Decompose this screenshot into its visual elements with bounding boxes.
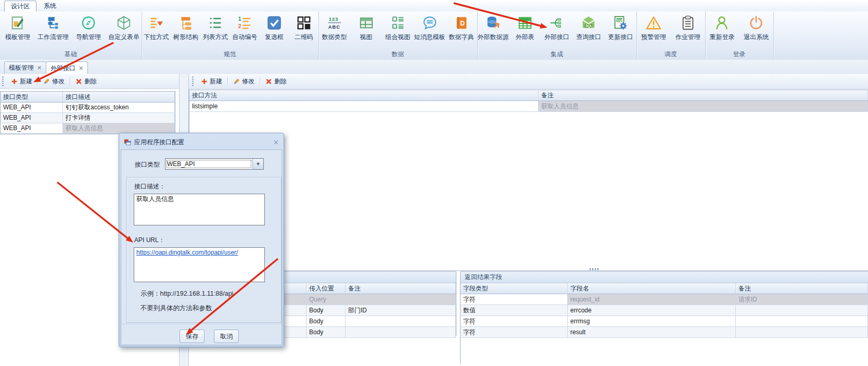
ribbon-item[interactable]: SQL查询接口: [573, 11, 605, 42]
api-url-field[interactable]: https://oapi.dingtalk.com/topapi/user/: [134, 247, 265, 282]
ribbon-item[interactable]: D数据字典: [445, 11, 477, 42]
doc-tab-template-manage[interactable]: 模板管理 ✕: [4, 61, 46, 74]
column-header[interactable]: 接口类型: [1, 92, 63, 102]
table-cell[interactable]: 部门ID: [346, 305, 456, 316]
left-toolbar-delete-button[interactable]: 删除: [71, 76, 101, 87]
svg-text:D: D: [460, 20, 465, 27]
table-row[interactable]: 字符result: [461, 327, 868, 338]
table-row[interactable]: listsimple获取人员信息: [189, 101, 868, 112]
save-button[interactable]: 保存: [180, 330, 205, 343]
ribbon-item[interactable]: 预警管理: [636, 11, 671, 42]
table-cell[interactable]: Body: [307, 305, 346, 316]
doc-tab-external-api[interactable]: 外部接口 ✕: [46, 61, 88, 74]
ribbon-item[interactable]: 树形结构: [171, 11, 201, 42]
ribbon-item[interactable]: 组合视图: [382, 11, 414, 42]
ribbon-item[interactable]: 12自动编号: [230, 11, 260, 42]
api-url-link[interactable]: https://oapi.dingtalk.com/topapi/user/: [136, 249, 238, 256]
ribbon-item[interactable]: 外部表: [509, 11, 541, 42]
column-header[interactable]: 接口方法: [189, 90, 539, 100]
table-row[interactable]: WEB_API钉钉获取access_token: [1, 103, 175, 113]
table-cell[interactable]: 字符: [461, 294, 568, 305]
close-icon[interactable]: ✕: [37, 65, 42, 71]
table-cell[interactable]: 打卡详情: [63, 113, 175, 123]
table-row[interactable]: WEB_API获取人员信息: [1, 123, 175, 134]
table-cell[interactable]: 字符: [461, 316, 568, 327]
ribbon-item[interactable]: 123ABC数据类型: [318, 11, 350, 42]
table-cell[interactable]: 获取人员信息: [63, 123, 175, 134]
ribbon-item-label: 下拉方式: [144, 33, 169, 42]
column-header[interactable]: 字段名: [568, 283, 736, 294]
table-cell[interactable]: [736, 327, 868, 338]
close-icon[interactable]: ✕: [273, 138, 279, 146]
tree-structure-icon: [178, 15, 194, 31]
ribbon-item[interactable]: 自定义表单: [106, 11, 142, 42]
list-style-icon: [208, 15, 223, 31]
horizontal-splitter[interactable]: [189, 270, 868, 271]
column-header[interactable]: 备注: [539, 90, 868, 100]
table-row[interactable]: 数值errcode: [461, 305, 868, 316]
right-toolbar-modify-button[interactable]: 修改: [229, 76, 259, 87]
table-cell[interactable]: Query: [307, 294, 346, 305]
table-row[interactable]: 字符request_id请求ID: [461, 294, 868, 305]
table-cell[interactable]: request_id: [568, 294, 736, 305]
table-row[interactable]: 字符errmsg: [461, 316, 868, 327]
table-cell[interactable]: Body: [307, 327, 346, 338]
table-cell[interactable]: 请求ID: [736, 294, 868, 305]
chevron-down-icon[interactable]: ▼: [252, 159, 263, 169]
ribbon-item[interactable]: 退出系统: [739, 11, 774, 42]
cancel-button[interactable]: 取消: [214, 330, 239, 343]
right-toolbar-delete-button[interactable]: 删除: [261, 76, 291, 87]
table-cell[interactable]: 数值: [461, 305, 568, 316]
table-cell[interactable]: 钉钉获取access_token: [63, 103, 175, 113]
ribbon-item[interactable]: 视图: [350, 11, 382, 42]
ribbon-item[interactable]: 工作流管理: [35, 11, 71, 42]
toolbar-grip[interactable]: [2, 77, 4, 86]
column-header[interactable]: 字段类型: [461, 283, 568, 294]
table-cell[interactable]: [736, 305, 868, 316]
table-cell[interactable]: WEB_API: [1, 103, 63, 113]
menu-tab-design[interactable]: 设计区: [4, 1, 36, 11]
table-cell[interactable]: errcode: [568, 305, 736, 316]
menu-tab-system[interactable]: 系统: [37, 1, 62, 11]
table-cell[interactable]: [346, 316, 456, 327]
ribbon-item[interactable]: 重新登录: [705, 11, 739, 42]
ribbon-item[interactable]: 外部接口: [541, 11, 572, 42]
left-toolbar-new-button[interactable]: 新建: [7, 76, 36, 87]
ribbon-item[interactable]: 外部数据源: [477, 11, 509, 42]
right-toolbar-new-button[interactable]: 新建: [197, 76, 226, 87]
table-cell[interactable]: Body: [307, 316, 346, 327]
ribbon-item[interactable]: 复选框: [260, 11, 289, 42]
table-cell[interactable]: WEB_API: [1, 113, 63, 123]
table-cell[interactable]: 获取人员信息: [539, 101, 868, 112]
table-row[interactable]: WEB_API打卡详情: [1, 113, 175, 123]
splitter-grip-dots[interactable]: [590, 268, 600, 270]
table-cell[interactable]: listsimple: [189, 101, 539, 112]
ribbon-item[interactable]: 作业管理: [671, 11, 705, 42]
ribbon-item[interactable]: 下拉方式: [142, 11, 171, 42]
table-cell[interactable]: [346, 294, 456, 305]
dialog-title-bar[interactable]: 应用程序接口配置 ✕: [121, 135, 282, 149]
interface-desc-field[interactable]: 获取人员信息: [134, 194, 265, 225]
column-header[interactable]: 备注: [736, 283, 868, 294]
table-cell[interactable]: errmsg: [568, 316, 736, 327]
column-header[interactable]: 备注: [346, 283, 456, 294]
ribbon-item[interactable]: 导航管理: [71, 11, 106, 42]
ribbon-item[interactable]: SQL更新接口: [605, 11, 636, 42]
column-header[interactable]: 传入位置: [307, 283, 346, 294]
interface-type-combobox[interactable]: WEB_API ▼: [165, 158, 264, 170]
table-cell[interactable]: [346, 327, 456, 338]
table-cell[interactable]: result: [568, 327, 736, 338]
close-icon[interactable]: ✕: [79, 65, 83, 72]
ribbon-item[interactable]: 列表方式: [200, 11, 230, 42]
ribbon-item[interactable]: 二维码: [289, 11, 318, 42]
left-toolbar-modify-button[interactable]: 修改: [39, 76, 69, 87]
column-header[interactable]: 接口描述: [63, 92, 175, 102]
ribbon-item[interactable]: 短消息模板: [414, 11, 445, 42]
table-cell[interactable]: WEB_API: [1, 123, 63, 134]
ribbon-item[interactable]: 模板管理: [0, 11, 35, 42]
interface-type-label: 接口类型: [135, 160, 160, 169]
table-cell[interactable]: [736, 316, 868, 327]
table-cell[interactable]: 字符: [461, 327, 568, 338]
toolbar-grip[interactable]: [192, 77, 194, 86]
button-label: 修改: [52, 77, 65, 86]
